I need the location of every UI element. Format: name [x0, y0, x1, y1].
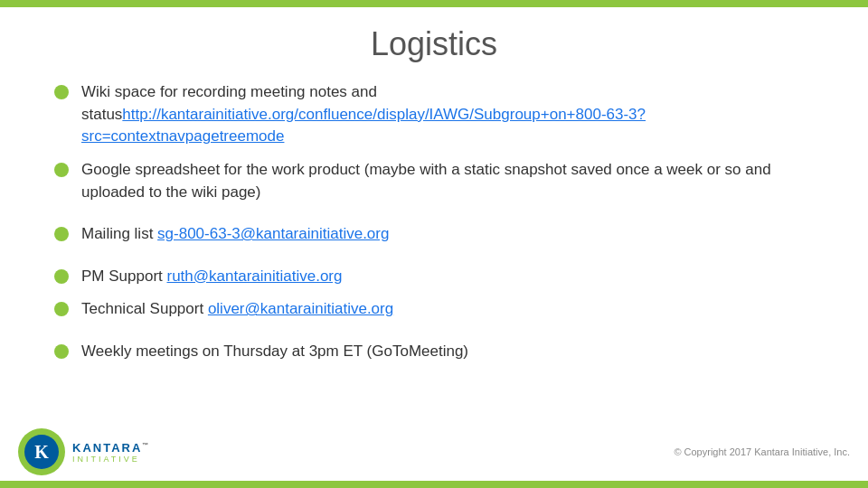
- bullet-text-weekly: Weekly meetings on Thursday at 3pm ET (G…: [81, 341, 468, 363]
- list-item: Wiki space for recording meeting notes a…: [54, 81, 814, 148]
- list-item: Weekly meetings on Thursday at 3pm ET (G…: [54, 341, 814, 363]
- logo-text-block: kantara™ initiative: [72, 441, 150, 464]
- logo-letter: K: [34, 442, 49, 463]
- logo-outer-circle: K: [18, 428, 65, 475]
- bullet-icon: [54, 85, 69, 99]
- logo-tm: ™: [142, 441, 150, 447]
- top-bar: [0, 0, 868, 7]
- spacer: [54, 257, 814, 266]
- page-title: Logistics: [0, 25, 868, 63]
- logo-kantara-text: kantara™: [72, 441, 150, 455]
- wiki-link[interactable]: http://kantarainitiative.org/confluence/…: [81, 106, 646, 145]
- content-area: Wiki space for recording meeting notes a…: [0, 81, 868, 363]
- list-item: Mailing list sg-800-63-3@kantarainitiati…: [54, 223, 814, 246]
- bottom-bar: [0, 481, 868, 488]
- bullet-text-spreadsheet: Google spreadsheet for the work product …: [81, 159, 814, 203]
- spacer: [54, 332, 814, 341]
- bullet-text-tech: Technical Support oliver@kantarainitiati…: [81, 298, 393, 321]
- tech-support-link[interactable]: oliver@kantarainitiative.org: [208, 300, 393, 317]
- bullet-icon: [54, 269, 69, 284]
- list-item: Technical Support oliver@kantarainitiati…: [54, 298, 814, 321]
- bullet-text-mailing: Mailing list sg-800-63-3@kantarainitiati…: [81, 223, 389, 246]
- bullet-icon: [54, 227, 69, 241]
- logo-initiative-text: initiative: [72, 455, 150, 464]
- list-item: Google spreadsheet for the work product …: [54, 159, 814, 203]
- bullet-icon: [54, 344, 69, 359]
- bullet-text-wiki: Wiki space for recording meeting notes a…: [81, 81, 814, 148]
- bullet-text-pm: PM Support ruth@kantarainitiative.org: [81, 266, 342, 288]
- bullet-icon: [54, 302, 69, 316]
- footer: K kantara™ initiative © Copyright 2017 K…: [0, 428, 868, 475]
- logo-inner-circle: K: [24, 435, 59, 469]
- mailing-list-link[interactable]: sg-800-63-3@kantarainitiative.org: [157, 225, 389, 242]
- pm-support-link[interactable]: ruth@kantarainitiative.org: [167, 267, 343, 285]
- spacer: [54, 214, 814, 223]
- list-item: PM Support ruth@kantarainitiative.org: [54, 266, 814, 288]
- bullet-icon: [54, 163, 69, 177]
- footer-logo: K kantara™ initiative: [18, 428, 150, 475]
- footer-copyright: © Copyright 2017 Kantara Initiative, Inc…: [674, 446, 850, 457]
